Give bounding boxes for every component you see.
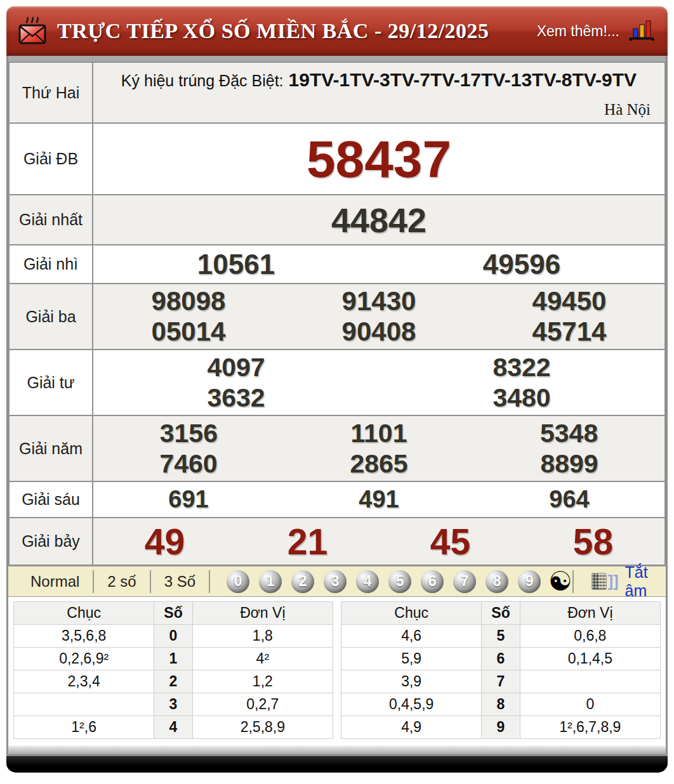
prize-number: 8899 [540,449,598,479]
hot-mail-icon [17,16,48,46]
ball-8[interactable]: 8 [486,570,508,593]
table-row-fifth-prize: Giải năm 3156 1101 5348 7460 2865 8899 [9,415,665,481]
prize-number: 1101 [351,419,407,448]
digit-cell: 7 [482,670,520,693]
tens-cell: 4,6 [341,625,482,648]
mute-label: Tắt âm [624,563,657,600]
prize-label-db: Giải ĐB [9,123,93,195]
loto-row: 0,4,5,9 8 0 [341,693,661,716]
prize-number: 58437 [307,129,451,189]
table-row-second-prize: Giải nhì 10561 49596 [9,245,665,284]
bar-chart-icon[interactable] [628,18,655,44]
digit-balls: 0 1 2 3 4 5 6 7 8 9 [227,570,541,593]
prize-number: 21 [287,521,327,563]
prize-number: 49450 [532,286,607,317]
tens-cell: 4,9 [341,716,482,739]
prize-number: 7460 [159,449,217,479]
units-cell [520,670,660,693]
col-header-units: Đơn Vị [192,602,333,625]
prize-number: 45714 [532,317,607,347]
digit-cell: 1 [154,648,192,670]
prize-number: 44842 [331,200,426,240]
prize-number: 3156 [160,419,218,448]
tens-cell: 1²,6 [14,716,154,739]
footer-black-bar [6,756,668,773]
ball-6[interactable]: 6 [421,570,444,593]
mode-2so-button[interactable]: 2 số [94,573,149,591]
mute-button[interactable]: ]] Tắt âm [572,563,657,600]
province-label: Hà Nội [102,91,656,120]
prize-number: 90408 [342,317,416,347]
loto-row: 3,5,6,8 0 1,8 [14,625,333,648]
prize-number: 58 [573,521,613,563]
prize-number: 964 [549,486,589,513]
tens-cell [14,693,154,716]
digit-cell: 4 [154,716,192,739]
units-cell: 1²,6,7,8,9 [520,716,660,739]
prize-number: 05014 [152,317,226,347]
yin-yang-icon[interactable]: ☯ [548,569,572,594]
ball-2[interactable]: 2 [291,570,314,593]
speaker-icon [591,573,607,590]
table-row-special-prize: Giải ĐB 58437 [9,123,665,195]
units-cell: 0,1,4,5 [520,648,660,670]
prize-number: 45 [430,521,470,563]
prize-number: 8322 [492,353,550,382]
tens-cell: 5,9 [341,648,482,670]
day-label: Thứ Hai [9,62,93,123]
digit-cell: 5 [482,625,520,648]
tens-cell: 0,4,5,9 [341,693,482,716]
units-cell: 2,5,8,9 [192,716,333,739]
loto-header-row: Chục Số Đơn Vị [14,602,333,625]
special-sign-label: Ký hiệu trúng Đặc Biệt: [121,72,284,89]
units-cell: 0 [520,693,660,716]
ball-7[interactable]: 7 [453,570,476,593]
loto-row: 1²,6 4 2,5,8,9 [14,716,333,739]
prize-number: 10561 [197,249,275,280]
loto-row: 2,3,4 2 1,2 [14,670,333,693]
tens-cell: 0,2,6,9² [14,648,154,670]
loto-row: 0,2,6,9² 1 4² [14,648,333,670]
table-row-info: Thứ Hai Ký hiệu trúng Đặc Biệt:19TV-1TV-… [9,62,665,123]
table-row-fourth-prize: Giải tư 4097 8322 3632 3480 [9,350,665,415]
ball-4[interactable]: 4 [356,570,379,593]
table-row-third-prize: Giải ba 98098 91430 49450 05014 90408 45… [9,284,665,350]
prize-number: 49596 [483,249,560,280]
prize-label-fifth: Giải năm [9,415,93,481]
col-header-digit: Số [482,602,520,625]
ball-3[interactable]: 3 [324,570,347,593]
prize-label-seventh: Giải bảy [9,518,93,565]
digit-cell: 0 [154,625,192,648]
prize-number: 3480 [492,383,550,413]
digit-cell: 8 [482,693,520,716]
loto-row: 3 0,2,7 [14,693,333,716]
loto-row: 5,9 6 0,1,4,5 [341,648,661,670]
digit-cell: 6 [482,648,520,670]
prize-label-fourth: Giải tư [9,350,93,415]
units-cell: 4² [192,648,333,670]
col-header-digit: Số [154,602,192,625]
loto-table-right: Chục Số Đơn Vị 4,6 5 0,6,8 5,9 6 0,1,4,5… [341,601,661,739]
page-title: TRỰC TIẾP XỔ SỐ MIỀN BẮC - 29/12/2025 [57,19,489,43]
see-more-link[interactable]: Xem thêm!... [537,23,619,40]
prize-number: 4097 [207,353,265,382]
tens-cell: 3,9 [341,670,482,693]
mode-3so-button[interactable]: 3 Số [151,573,209,591]
ball-5[interactable]: 5 [388,570,411,593]
prize-number: 91430 [342,286,416,317]
ball-9[interactable]: 9 [518,570,541,593]
ball-0[interactable]: 0 [227,570,249,593]
results-table: Thứ Hai Ký hiệu trúng Đặc Biệt:19TV-1TV-… [8,62,666,566]
prize-number: 5348 [540,419,598,448]
col-header-tens: Chục [14,602,154,625]
col-header-tens: Chục [341,602,482,625]
table-row-seventh-prize: Giải bảy 49 21 45 58 [9,518,665,565]
loto-header-row: Chục Số Đơn Vị [341,602,661,625]
mode-normal-button[interactable]: Normal [17,573,93,591]
prize-label-sixth: Giải sáu [9,481,93,518]
ball-1[interactable]: 1 [259,570,282,593]
prize-number: 2865 [350,449,407,479]
loto-summary: Chục Số Đơn Vị 3,5,6,8 0 1,8 0,2,6,9² 1 … [8,597,666,746]
loto-table-left: Chục Số Đơn Vị 3,5,6,8 0 1,8 0,2,6,9² 1 … [13,601,333,739]
prize-number: 98098 [152,286,226,317]
